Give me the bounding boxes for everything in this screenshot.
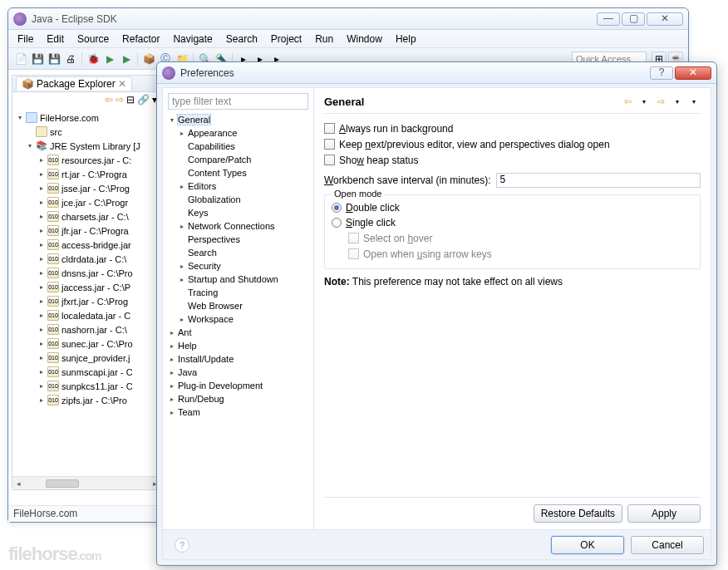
- scroll-left-icon[interactable]: ◂: [12, 478, 24, 489]
- twisty-icon[interactable]: [37, 184, 45, 192]
- twisty-icon[interactable]: [168, 116, 175, 124]
- tree-row[interactable]: Appearance: [168, 126, 308, 140]
- close-button[interactable]: ✕: [675, 66, 711, 80]
- menu-file[interactable]: File: [12, 31, 39, 47]
- double-click-row[interactable]: Double click: [332, 200, 693, 215]
- twisty-icon[interactable]: [178, 302, 185, 310]
- tree-row[interactable]: Globalization: [168, 193, 308, 206]
- menu-edit[interactable]: Edit: [41, 31, 70, 47]
- tree-row[interactable]: Run/Debug: [168, 392, 308, 405]
- twisty-icon[interactable]: [178, 263, 185, 270]
- help-icon[interactable]: ?: [175, 538, 189, 553]
- tab-close-icon[interactable]: ✕: [118, 78, 126, 90]
- preferences-titlebar[interactable]: Preferences ? ✕: [157, 62, 716, 84]
- checkbox[interactable]: [324, 123, 335, 134]
- tree-row[interactable]: Network Connections: [168, 219, 308, 233]
- tree-row[interactable]: 010jsse.jar - C:\Prog: [16, 181, 157, 195]
- new-package-icon[interactable]: 📦: [141, 52, 156, 66]
- tree-row[interactable]: 📚 JRE System Library [J: [16, 139, 157, 153]
- twisty-icon[interactable]: [178, 209, 185, 217]
- twisty-icon[interactable]: [168, 329, 175, 337]
- twisty-icon[interactable]: [178, 223, 185, 230]
- twisty-icon[interactable]: [26, 142, 33, 150]
- collapse-all-icon[interactable]: ⊟: [126, 94, 135, 106]
- menu-search[interactable]: Search: [220, 31, 263, 47]
- scrollbar-thumb[interactable]: [46, 479, 79, 488]
- save-icon[interactable]: 💾: [30, 52, 45, 66]
- link-with-editor-icon[interactable]: 🔗: [137, 94, 150, 106]
- tree-row[interactable]: 010jfxrt.jar - C:\Prog: [16, 294, 157, 308]
- twisty-icon[interactable]: [178, 196, 185, 204]
- tree-row[interactable]: Ant: [168, 326, 308, 339]
- run-last-icon[interactable]: ▶: [119, 52, 134, 66]
- twisty-icon[interactable]: [168, 356, 175, 363]
- tree-row[interactable]: Web Browser: [168, 299, 308, 312]
- twisty-icon[interactable]: [168, 342, 175, 350]
- menu-run[interactable]: Run: [309, 31, 339, 47]
- twisty-icon[interactable]: [168, 409, 175, 416]
- twisty-icon[interactable]: [37, 326, 45, 333]
- twisty-icon[interactable]: [37, 396, 45, 404]
- twisty-icon[interactable]: [178, 316, 185, 323]
- single-click-row[interactable]: Single click: [332, 215, 693, 230]
- tree-row[interactable]: 010resources.jar - C:: [16, 153, 157, 167]
- chevron-down-icon[interactable]: ▾: [671, 95, 684, 108]
- checkbox[interactable]: [324, 139, 335, 150]
- tree-row[interactable]: 010zipfs.jar - C:\Pro: [16, 393, 157, 407]
- menu-source[interactable]: Source: [71, 31, 115, 47]
- print-icon[interactable]: 🖨: [63, 52, 78, 66]
- twisty-icon[interactable]: [178, 289, 185, 297]
- horizontal-scrollbar[interactable]: ◂ ▸: [12, 476, 160, 489]
- twisty-icon[interactable]: [178, 249, 185, 257]
- help-button[interactable]: ?: [650, 66, 673, 80]
- twisty-icon[interactable]: [37, 382, 45, 390]
- tree-row[interactable]: Team: [168, 405, 308, 419]
- keep-next-row[interactable]: Keep next/previous editor, view and pers…: [324, 136, 701, 152]
- menu-window[interactable]: Window: [341, 31, 388, 47]
- menu-project[interactable]: Project: [265, 31, 307, 47]
- tree-row[interactable]: 010sunec.jar - C:\Pro: [16, 337, 157, 351]
- forward-icon[interactable]: ⇨: [116, 94, 124, 106]
- twisty-icon[interactable]: [37, 199, 45, 206]
- ok-button[interactable]: OK: [551, 536, 624, 554]
- twisty-icon[interactable]: [37, 368, 45, 376]
- twisty-icon[interactable]: [178, 170, 185, 177]
- back-icon[interactable]: ⇦: [105, 94, 113, 106]
- tree-row[interactable]: 010sunmscapi.jar - C: [16, 365, 157, 379]
- package-explorer-tree[interactable]: FileHorse.com src 📚 JRE System Library […: [12, 107, 160, 410]
- twisty-icon[interactable]: [16, 114, 23, 121]
- tree-row[interactable]: Workspace: [168, 312, 308, 326]
- maximize-button[interactable]: ▢: [622, 12, 645, 26]
- checkbox[interactable]: [324, 155, 335, 165]
- tree-row[interactable]: Perspectives: [168, 233, 308, 246]
- twisty-icon[interactable]: [168, 369, 175, 376]
- close-button[interactable]: ✕: [647, 12, 683, 26]
- tree-row[interactable]: 010rt.jar - C:\Progra: [16, 167, 157, 181]
- filter-input[interactable]: type filter text: [168, 93, 308, 110]
- tree-row[interactable]: Security: [168, 259, 308, 273]
- tree-row[interactable]: src: [16, 125, 157, 139]
- twisty-icon[interactable]: [178, 276, 185, 283]
- twisty-icon[interactable]: [37, 241, 45, 248]
- apply-button[interactable]: Apply: [627, 504, 701, 523]
- twisty-icon[interactable]: [37, 340, 45, 347]
- tree-row[interactable]: FileHorse.com: [16, 111, 157, 125]
- twisty-icon[interactable]: [178, 143, 185, 150]
- menu-refactor[interactable]: Refactor: [116, 31, 165, 47]
- twisty-icon[interactable]: [37, 283, 45, 291]
- tree-row[interactable]: Help: [168, 339, 308, 352]
- tree-row[interactable]: Plug-in Development: [168, 379, 308, 392]
- twisty-icon[interactable]: [178, 183, 185, 190]
- chevron-down-icon[interactable]: ▾: [637, 95, 651, 108]
- twisty-icon[interactable]: [37, 255, 45, 263]
- view-menu-icon[interactable]: ▾: [687, 95, 701, 108]
- tree-row[interactable]: 010charsets.jar - C:\: [16, 209, 157, 224]
- debug-icon[interactable]: 🐞: [86, 52, 101, 66]
- tree-row[interactable]: 010jfr.jar - C:\Progra: [16, 224, 157, 238]
- new-icon[interactable]: 📄: [13, 52, 28, 66]
- cancel-button[interactable]: Cancel: [631, 536, 704, 554]
- tree-row[interactable]: Content Types: [168, 166, 308, 179]
- tree-row[interactable]: Install/Update: [168, 352, 308, 366]
- tree-row[interactable]: 010dnsns.jar - C:\Pro: [16, 266, 157, 280]
- tree-row[interactable]: 010access-bridge.jar: [16, 238, 157, 252]
